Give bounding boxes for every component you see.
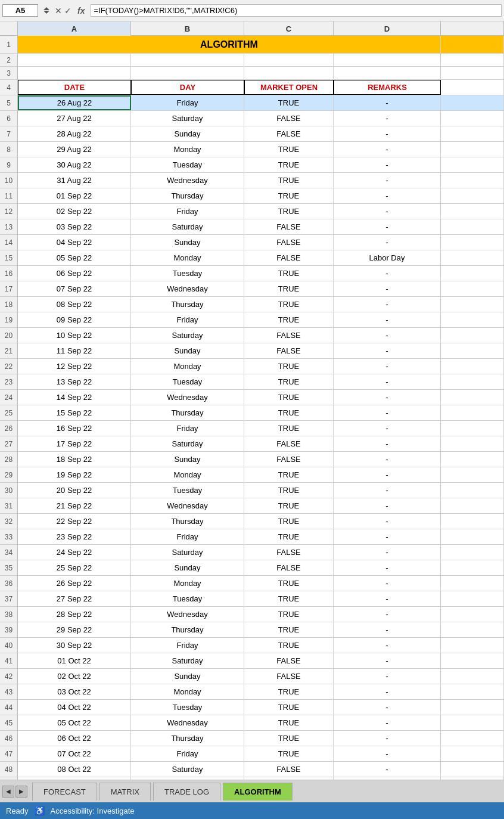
cell-market-open[interactable]: FALSE xyxy=(244,235,334,250)
cell-day[interactable]: Thursday xyxy=(131,297,244,312)
cell-reference[interactable]: A5 xyxy=(2,4,38,17)
cell-day[interactable]: Tuesday xyxy=(131,483,244,498)
cancel-icon[interactable]: ✕ xyxy=(55,6,62,15)
table-row[interactable]: 27 17 Sep 22 Saturday FALSE - xyxy=(0,436,504,452)
cell-day[interactable]: Sunday xyxy=(131,235,244,250)
cell-remarks[interactable]: - xyxy=(334,343,441,358)
cell-date[interactable]: 03 Sep 22 xyxy=(18,219,131,234)
cell-day[interactable]: Friday xyxy=(131,312,244,327)
table-row[interactable]: 17 07 Sep 22 Wednesday TRUE - xyxy=(0,281,504,297)
cell-day[interactable]: Thursday xyxy=(131,622,244,637)
cell-remarks[interactable]: - xyxy=(334,281,441,296)
cell-day[interactable]: Saturday xyxy=(131,436,244,451)
cell-day[interactable]: Sunday xyxy=(131,669,244,684)
cell-date[interactable]: 03 Oct 22 xyxy=(18,684,131,699)
table-row[interactable]: 8 29 Aug 22 Monday TRUE - xyxy=(0,142,504,157)
cell-market-open[interactable]: FALSE xyxy=(244,762,334,777)
cell-remarks[interactable]: - xyxy=(334,204,441,219)
cell-market-open[interactable]: TRUE xyxy=(244,715,334,730)
table-row[interactable]: 36 26 Sep 22 Monday TRUE - xyxy=(0,576,504,591)
cell-date[interactable]: 07 Sep 22 xyxy=(18,281,131,296)
cell-day[interactable]: Sunday xyxy=(131,452,244,467)
cell-market-open[interactable]: FALSE xyxy=(244,343,334,358)
cell-day[interactable]: Friday xyxy=(131,204,244,219)
cell-market-open[interactable]: FALSE xyxy=(244,452,334,467)
cell-market-open[interactable]: TRUE xyxy=(244,746,334,761)
cell-day[interactable]: Saturday xyxy=(131,219,244,234)
table-row[interactable]: 13 03 Sep 22 Saturday FALSE - xyxy=(0,219,504,235)
cell-market-open[interactable]: TRUE xyxy=(244,421,334,436)
cell-date[interactable]: 17 Sep 22 xyxy=(18,436,131,451)
table-row[interactable]: 47 07 Oct 22 Friday TRUE - xyxy=(0,746,504,762)
cell-day[interactable]: Tuesday xyxy=(131,266,244,281)
table-row[interactable]: 38 28 Sep 22 Wednesday TRUE - xyxy=(0,607,504,622)
table-row[interactable]: 25 15 Sep 22 Thursday TRUE - xyxy=(0,405,504,421)
cell-market-open[interactable]: TRUE xyxy=(244,591,334,606)
cell-day[interactable]: Wednesday xyxy=(131,498,244,513)
cell-day[interactable]: Friday xyxy=(131,638,244,653)
cell-date[interactable]: 01 Oct 22 xyxy=(18,653,131,668)
table-row[interactable]: 29 19 Sep 22 Monday TRUE - xyxy=(0,467,504,483)
table-row[interactable]: 28 18 Sep 22 Sunday FALSE - xyxy=(0,452,504,467)
cell-day[interactable]: Monday xyxy=(131,142,244,157)
cell-remarks[interactable]: - xyxy=(334,111,441,126)
cell-day[interactable]: Thursday xyxy=(131,188,244,203)
cell-day[interactable]: Wednesday xyxy=(131,173,244,188)
cell-market-open[interactable]: TRUE xyxy=(244,622,334,637)
cell-date[interactable]: 22 Sep 22 xyxy=(18,514,131,529)
cell-remarks[interactable]: - xyxy=(334,436,441,451)
cell-date[interactable]: 02 Sep 22 xyxy=(18,204,131,219)
cell-market-open[interactable]: TRUE xyxy=(244,266,334,281)
tab-forecast[interactable]: FORECAST xyxy=(32,783,97,801)
cell-day[interactable]: Monday xyxy=(131,467,244,482)
cell-day[interactable]: Thursday xyxy=(131,731,244,746)
cell-date[interactable]: 23 Sep 22 xyxy=(18,529,131,544)
cell-date[interactable]: 30 Aug 22 xyxy=(18,157,131,172)
table-row[interactable]: 34 24 Sep 22 Saturday FALSE - xyxy=(0,545,504,560)
cell-remarks[interactable]: - xyxy=(334,421,441,436)
cell-remarks[interactable]: - xyxy=(334,746,441,761)
table-row[interactable]: 21 11 Sep 22 Sunday FALSE - xyxy=(0,343,504,359)
table-row[interactable]: 41 01 Oct 22 Saturday FALSE - xyxy=(0,653,504,669)
cell-date[interactable]: 08 Sep 22 xyxy=(18,297,131,312)
cell-market-open[interactable]: TRUE xyxy=(244,297,334,312)
cell-day[interactable]: Tuesday xyxy=(131,374,244,389)
cell-remarks[interactable]: - xyxy=(334,622,441,637)
table-row[interactable]: 20 10 Sep 22 Saturday FALSE - xyxy=(0,328,504,343)
table-row[interactable]: 30 20 Sep 22 Tuesday TRUE - xyxy=(0,483,504,498)
cell-market-open[interactable]: TRUE xyxy=(244,188,334,203)
cell-day[interactable]: Monday xyxy=(131,684,244,699)
cell-market-open[interactable]: TRUE xyxy=(244,204,334,219)
cell-remarks[interactable]: - xyxy=(334,638,441,653)
cell-remarks[interactable]: - xyxy=(334,483,441,498)
cell-day[interactable]: Tuesday xyxy=(131,700,244,715)
cell-day[interactable]: Tuesday xyxy=(131,591,244,606)
cell-market-open[interactable]: FALSE xyxy=(244,328,334,343)
table-row[interactable]: 46 06 Oct 22 Thursday TRUE - xyxy=(0,731,504,746)
cell-remarks[interactable]: - xyxy=(334,514,441,529)
cell-day[interactable]: Monday xyxy=(131,576,244,591)
cell-remarks[interactable]: - xyxy=(334,266,441,281)
cell-market-open[interactable]: TRUE xyxy=(244,405,334,420)
cell-remarks[interactable]: - xyxy=(334,95,441,110)
cell-day[interactable]: Saturday xyxy=(131,762,244,777)
cell-market-open[interactable]: TRUE xyxy=(244,95,334,110)
cell-remarks[interactable]: - xyxy=(334,126,441,141)
cell-remarks[interactable]: - xyxy=(334,560,441,575)
cell-date[interactable]: 04 Sep 22 xyxy=(18,235,131,250)
cell-remarks[interactable]: - xyxy=(334,390,441,405)
cell-remarks[interactable]: - xyxy=(334,297,441,312)
cell-remarks[interactable]: - xyxy=(334,452,441,467)
table-row[interactable]: 32 22 Sep 22 Thursday TRUE - xyxy=(0,514,504,529)
cell-day[interactable]: Wednesday xyxy=(131,281,244,296)
cell-remarks[interactable]: - xyxy=(334,498,441,513)
cell-remarks[interactable]: - xyxy=(334,762,441,777)
cell-market-open[interactable]: FALSE xyxy=(244,111,334,126)
table-row[interactable]: 23 13 Sep 22 Tuesday TRUE - xyxy=(0,374,504,390)
cell-date[interactable]: 16 Sep 22 xyxy=(18,421,131,436)
cell-remarks[interactable]: - xyxy=(334,188,441,203)
table-row[interactable]: 5 26 Aug 22 Friday TRUE - xyxy=(0,95,504,111)
cell-market-open[interactable]: TRUE xyxy=(244,281,334,296)
table-row[interactable]: 39 29 Sep 22 Thursday TRUE - xyxy=(0,622,504,638)
table-row[interactable]: 18 08 Sep 22 Thursday TRUE - xyxy=(0,297,504,312)
